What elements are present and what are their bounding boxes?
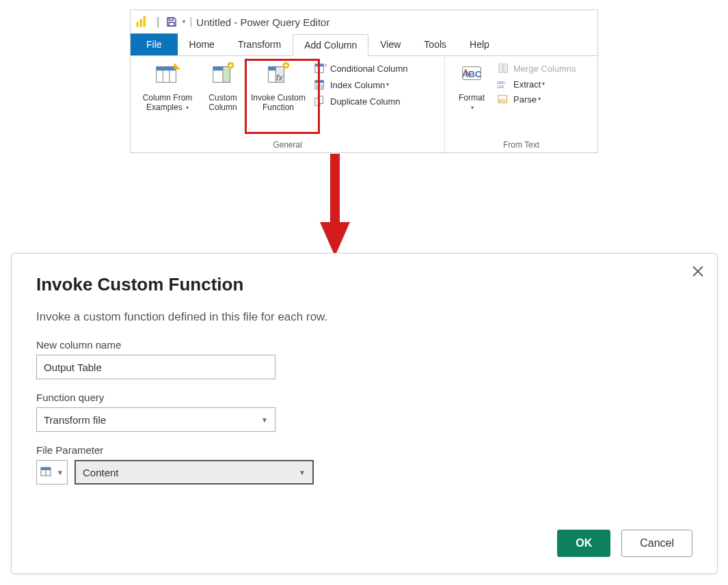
save-button[interactable]: [162, 12, 181, 31]
chevron-down-icon: ▾: [542, 81, 545, 87]
invoke-custom-function-button[interactable]: fx Invoke Custom Function: [245, 59, 311, 113]
svg-rect-30: [318, 96, 323, 104]
tab-view[interactable]: View: [368, 33, 412, 55]
tab-tools[interactable]: Tools: [412, 33, 458, 55]
group-general: Column From Examples ▾: [131, 56, 445, 152]
svg-rect-24: [315, 64, 324, 67]
svg-text:123: 123: [497, 85, 504, 89]
svg-rect-1: [140, 19, 142, 27]
tab-file[interactable]: File: [131, 33, 178, 55]
svg-rect-35: [504, 64, 507, 73]
conditional-column-label: Conditional Column: [330, 64, 407, 74]
invoke-custom-function-dialog: Invoke Custom Function Invoke a custom f…: [11, 253, 718, 574]
duplicate-column-label: Duplicate Column: [330, 96, 401, 107]
svg-rect-4: [169, 23, 174, 26]
annotation-arrow: [314, 154, 355, 256]
duplicate-column-button[interactable]: Duplicate Column: [311, 93, 410, 109]
column-from-examples-button[interactable]: Column From Examples ▾: [135, 59, 200, 113]
parse-icon: abc: [497, 94, 511, 105]
file-parameter-label: File Parameter: [36, 444, 692, 456]
parse-button[interactable]: abc Parse ▾: [494, 92, 579, 107]
ribbon-tabs: File Home Transform Add Column View Tool…: [131, 33, 597, 55]
ok-button[interactable]: OK: [557, 530, 610, 557]
column-from-examples-label-2: Examples: [146, 103, 183, 112]
tab-help[interactable]: Help: [458, 33, 501, 55]
index-column-icon: 123: [314, 79, 327, 91]
table-icon: [40, 467, 54, 478]
extract-label: Extract: [513, 79, 541, 90]
svg-rect-0: [137, 22, 139, 27]
qat-separator: |: [157, 16, 159, 28]
merge-columns-button[interactable]: Merge Columns: [494, 60, 579, 77]
new-column-name-label: New column name: [36, 339, 692, 351]
svg-marker-41: [320, 222, 350, 256]
file-parameter-value: Content: [83, 467, 119, 478]
conditional-column-icon: ≠: [314, 62, 327, 74]
function-query-value: Transform file: [44, 414, 106, 426]
custom-column-button[interactable]: Custom Column: [200, 59, 245, 113]
file-parameter-select[interactable]: Content ▼: [75, 460, 314, 485]
column-from-examples-label-1: Column From: [143, 93, 193, 103]
column-from-examples-icon: [154, 62, 180, 90]
extract-button[interactable]: ABC 123 Extract ▾: [494, 77, 579, 92]
format-button[interactable]: ABC Format ▾: [449, 59, 494, 113]
svg-text:ABC: ABC: [462, 69, 482, 79]
dialog-title: Invoke Custom Function: [36, 274, 692, 295]
index-column-label: Index Column: [330, 80, 385, 90]
dialog-description: Invoke a custom function defined in this…: [36, 310, 692, 324]
close-button[interactable]: [690, 263, 706, 280]
chevron-down-icon: ▼: [299, 469, 306, 476]
svg-rect-6: [157, 67, 176, 71]
title-bar: | ▾ | Untitled - Power Query Editor: [131, 10, 597, 33]
chevron-down-icon: ▾: [538, 96, 541, 102]
svg-rect-27: [315, 81, 324, 83]
title-separator: |: [189, 16, 192, 28]
chevron-down-icon: ▾: [386, 81, 389, 87]
svg-text:123: 123: [316, 84, 323, 89]
cancel-button[interactable]: Cancel: [621, 530, 692, 557]
tab-add-column[interactable]: Add Column: [293, 34, 368, 56]
merge-columns-icon: [497, 62, 511, 74]
function-query-select[interactable]: Transform file ▼: [36, 407, 275, 432]
new-column-name-input[interactable]: [36, 355, 275, 379]
svg-rect-3: [169, 18, 173, 21]
qat-dropdown[interactable]: ▾: [183, 18, 185, 25]
group-from-text: ABC Format ▾: [445, 56, 597, 152]
conditional-column-button[interactable]: ≠ Conditional Column: [311, 60, 410, 77]
custom-column-icon: [210, 62, 236, 90]
ribbon-body: Column From Examples ▾: [131, 55, 597, 152]
svg-marker-9: [174, 63, 181, 70]
svg-text:≠: ≠: [325, 62, 327, 68]
svg-text:fx: fx: [276, 73, 283, 83]
parse-label: Parse: [513, 94, 537, 105]
function-query-label: Function query: [36, 392, 692, 403]
tab-home[interactable]: Home: [178, 33, 226, 55]
format-label: Format: [459, 93, 485, 103]
chevron-down-icon: ▾: [471, 105, 474, 111]
parameter-type-button[interactable]: ▼: [36, 460, 68, 485]
svg-rect-12: [223, 67, 230, 83]
merge-columns-label: Merge Columns: [513, 64, 576, 74]
power-query-window: | ▾ | Untitled - Power Query Editor File…: [130, 10, 598, 153]
chevron-down-icon: ▾: [186, 105, 189, 111]
format-icon: ABC: [459, 62, 485, 90]
index-column-button[interactable]: 123 Index Column ▾: [311, 77, 410, 93]
svg-rect-34: [499, 64, 502, 73]
chevron-down-icon: ▼: [57, 469, 64, 476]
custom-column-label-2: Column: [208, 103, 237, 112]
group-from-text-label: From Text: [449, 140, 593, 151]
extract-icon: ABC 123: [497, 79, 511, 90]
invoke-custom-function-label-2: Function: [262, 103, 294, 112]
svg-rect-2: [144, 16, 146, 27]
window-title: Untitled - Power Query Editor: [196, 16, 329, 28]
invoke-custom-function-icon: fx: [265, 62, 291, 90]
invoke-custom-function-label-1: Invoke Custom: [251, 93, 306, 103]
custom-column-label-1: Custom: [208, 93, 237, 103]
group-general-label: General: [135, 140, 440, 151]
duplicate-column-icon: [314, 95, 327, 107]
tab-transform[interactable]: Transform: [226, 33, 293, 55]
power-bi-icon: [135, 12, 154, 31]
svg-text:abc: abc: [498, 97, 507, 103]
chevron-down-icon: ▼: [261, 416, 268, 424]
